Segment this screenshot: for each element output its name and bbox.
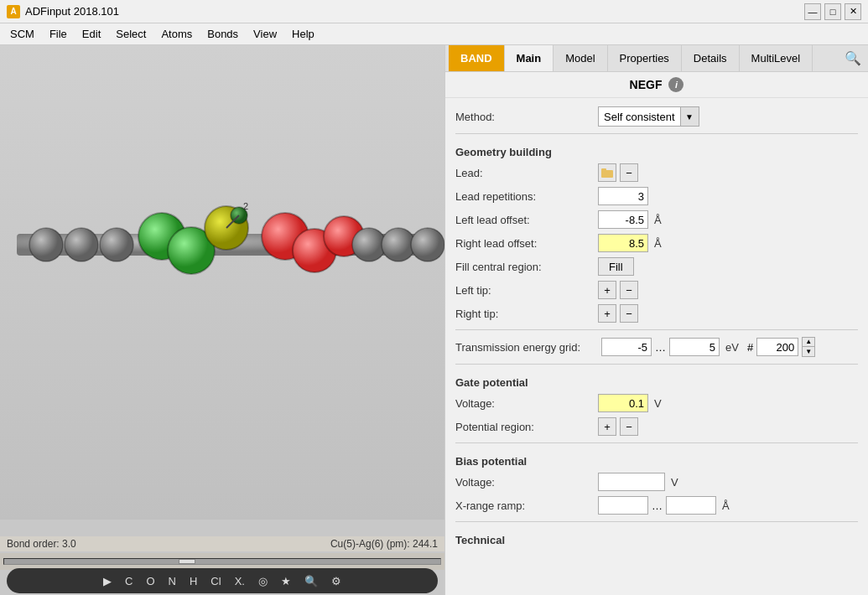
menu-atoms[interactable]: Atoms <box>154 26 199 42</box>
left-tip-plus-button[interactable]: + <box>598 281 616 299</box>
tab-details[interactable]: Details <box>682 45 740 71</box>
menu-bar: SCM File Edit Select Atoms Bonds View He… <box>0 23 868 45</box>
progress-thumb[interactable] <box>179 559 195 564</box>
right-lead-offset-input[interactable] <box>598 234 648 252</box>
separator-3 <box>455 364 858 365</box>
lead-label: Lead: <box>455 167 598 179</box>
lead-repetitions-label: Lead repetitions: <box>455 190 598 203</box>
x-range-ramp-row: X-range ramp: … Å <box>455 496 858 515</box>
app-title: ADFinput 2018.101 <box>25 5 119 18</box>
gate-voltage-input[interactable] <box>598 394 648 412</box>
lead-repetitions-input[interactable] <box>598 187 648 205</box>
tab-model[interactable]: Model <box>554 45 607 71</box>
x-range-unit: Å <box>722 499 730 512</box>
content-area: Method: Self consistent ▼ Geometry build… <box>445 98 868 595</box>
minimize-button[interactable]: — <box>804 3 821 20</box>
x-range-to-input[interactable] <box>666 496 716 515</box>
right-tip-minus-button[interactable]: − <box>620 304 638 323</box>
title-bar-controls[interactable]: — □ ✕ <box>804 3 861 20</box>
bias-voltage-label: Voltage: <box>455 476 598 489</box>
transmission-from-input[interactable] <box>601 338 652 356</box>
tab-band[interactable]: BAND <box>449 45 505 71</box>
transmission-count-input[interactable] <box>756 338 798 356</box>
toolbar-arrow[interactable]: ▶ <box>100 573 115 589</box>
lead-minus-button[interactable]: − <box>620 163 638 182</box>
tab-properties[interactable]: Properties <box>608 45 682 71</box>
potential-region-row: Potential region: + − <box>455 417 858 436</box>
svg-point-2 <box>65 228 98 261</box>
x-range-from-input[interactable] <box>598 496 648 515</box>
title-bar-left: A ADFinput 2018.101 <box>7 5 119 18</box>
close-button[interactable]: ✕ <box>845 3 861 20</box>
lead-repetitions-control <box>598 187 648 205</box>
fill-button[interactable]: Fill <box>598 257 634 276</box>
svg-point-14 <box>382 228 415 261</box>
transmission-to-input[interactable] <box>669 338 720 356</box>
method-dropdown-arrow[interactable]: ▼ <box>680 107 699 126</box>
lead-repetitions-row: Lead repetitions: <box>455 187 858 205</box>
spinner-down[interactable]: ▼ <box>803 347 814 356</box>
tab-main[interactable]: Main <box>505 45 554 71</box>
folder-icon <box>601 168 613 178</box>
maximize-button[interactable]: □ <box>824 3 841 20</box>
x-range-ramp-control: … Å <box>598 496 730 515</box>
x-range-ellipsis: … <box>652 499 663 512</box>
transmission-spinner[interactable]: ▲ ▼ <box>802 337 815 357</box>
method-row: Method: Self consistent ▼ <box>455 106 858 127</box>
bias-voltage-unit: V <box>671 476 678 489</box>
potential-region-plus-button[interactable]: + <box>598 417 616 436</box>
lead-file-button[interactable] <box>598 163 616 182</box>
menu-select[interactable]: Select <box>109 26 153 42</box>
left-lead-offset-input[interactable] <box>598 210 648 229</box>
gate-voltage-unit: V <box>654 397 662 410</box>
left-tip-label: Left tip: <box>455 284 598 297</box>
search-tab-button[interactable]: 🔍 <box>838 47 868 70</box>
gate-voltage-control: V <box>598 394 662 412</box>
toolbar-o[interactable]: O <box>143 573 158 589</box>
method-dropdown[interactable]: Self consistent ▼ <box>598 106 699 127</box>
separator-2 <box>455 329 858 330</box>
panel-title: NEGF <box>630 78 663 91</box>
left-tip-control: + − <box>598 281 638 299</box>
menu-help[interactable]: Help <box>285 26 321 42</box>
toolbar-x[interactable]: X. <box>231 573 248 589</box>
method-value: Self consistent <box>599 109 680 125</box>
right-tip-label: Right tip: <box>455 308 598 320</box>
right-tip-plus-button[interactable]: + <box>598 304 616 323</box>
separator-5 <box>455 521 858 522</box>
info-button[interactable]: i <box>668 77 683 92</box>
fill-central-label: Fill central region: <box>455 261 598 273</box>
potential-region-minus-button[interactable]: − <box>620 417 638 436</box>
toolbar-c[interactable]: C <box>122 573 136 589</box>
toolbar-star[interactable]: ★ <box>278 573 294 589</box>
left-lead-offset-label: Left lead offset: <box>455 214 598 226</box>
menu-bonds[interactable]: Bonds <box>200 26 245 42</box>
toolbar-n[interactable]: N <box>165 573 179 589</box>
method-control: Self consistent ▼ <box>598 106 699 127</box>
menu-view[interactable]: View <box>247 26 283 42</box>
progress-track[interactable] <box>3 558 441 565</box>
tab-multilevel[interactable]: MultiLevel <box>740 45 813 71</box>
toolbar-settings[interactable]: ⚙ <box>328 573 345 589</box>
right-tip-control: + − <box>598 304 638 323</box>
panel-header: NEGF i <box>445 72 868 98</box>
transmission-control: … eV # ▲ ▼ <box>601 337 815 357</box>
left-tip-row: Left tip: + − <box>455 281 858 299</box>
toolbar-cl[interactable]: Cl <box>207 573 224 589</box>
menu-scm[interactable]: SCM <box>3 26 41 42</box>
lead-control: − <box>598 163 638 182</box>
transmission-hash: # <box>747 341 753 354</box>
left-tip-minus-button[interactable]: − <box>620 281 638 299</box>
menu-edit[interactable]: Edit <box>75 26 107 42</box>
bias-voltage-input[interactable] <box>598 473 665 491</box>
menu-file[interactable]: File <box>43 26 74 42</box>
bias-potential-header: Bias potential <box>455 452 858 468</box>
toolbar-search[interactable]: 🔍 <box>301 573 321 589</box>
svg-point-15 <box>411 228 444 261</box>
right-lead-offset-label: Right lead offset: <box>455 237 598 250</box>
toolbar-ring[interactable]: ◎ <box>255 573 271 589</box>
toolbar-h[interactable]: H <box>186 573 200 589</box>
right-tip-row: Right tip: + − <box>455 304 858 323</box>
geometry-building-header: Geometry building <box>455 142 858 158</box>
spinner-up[interactable]: ▲ <box>803 338 814 347</box>
